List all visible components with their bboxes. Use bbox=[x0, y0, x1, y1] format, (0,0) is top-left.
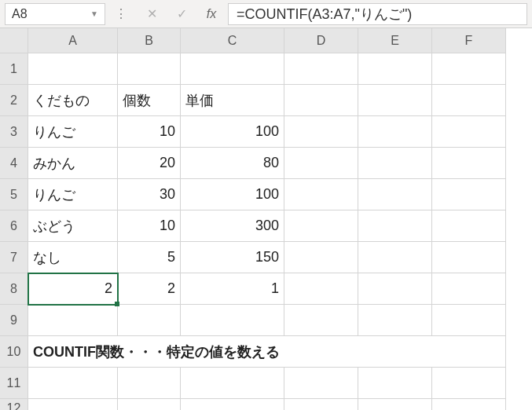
cell-A12[interactable] bbox=[28, 399, 118, 410]
cell-C9[interactable] bbox=[181, 305, 284, 336]
cell-F7[interactable] bbox=[432, 242, 506, 273]
cell-C1[interactable] bbox=[181, 53, 284, 85]
cell-C3[interactable]: 100 bbox=[181, 116, 284, 148]
row-header-1[interactable]: 1 bbox=[0, 53, 28, 85]
cell-F8[interactable] bbox=[432, 273, 506, 305]
row-header-12[interactable]: 12 bbox=[0, 399, 28, 410]
cell-D3[interactable] bbox=[284, 116, 358, 148]
cell-D11[interactable] bbox=[284, 368, 358, 399]
cell-B4[interactable]: 20 bbox=[118, 148, 181, 179]
cell-F9[interactable] bbox=[432, 305, 506, 336]
row-header-7[interactable]: 7 bbox=[0, 242, 28, 273]
cell-B8[interactable]: 2 bbox=[118, 273, 181, 305]
cell-F2[interactable] bbox=[432, 85, 506, 116]
enter-icon[interactable]: ✓ bbox=[171, 4, 192, 24]
cell-F5[interactable] bbox=[432, 179, 506, 210]
cell-C11[interactable] bbox=[181, 368, 284, 399]
cell-D1[interactable] bbox=[284, 53, 358, 85]
cell-C8[interactable]: 1 bbox=[181, 273, 284, 305]
cell-F1[interactable] bbox=[432, 53, 506, 85]
cell-D9[interactable] bbox=[284, 305, 358, 336]
dots-icon[interactable]: ⋮ bbox=[112, 4, 132, 24]
row-header-10[interactable]: 10 bbox=[0, 336, 28, 368]
row-header-2[interactable]: 2 bbox=[0, 85, 28, 116]
cell-D12[interactable] bbox=[284, 399, 358, 410]
cell-E4[interactable] bbox=[358, 148, 432, 179]
cell-E9[interactable] bbox=[358, 305, 432, 336]
cell-B7[interactable]: 5 bbox=[118, 242, 181, 273]
row-header-8[interactable]: 8 bbox=[0, 273, 28, 305]
cell-A10[interactable]: COUNTIF関数・・・特定の値を数える bbox=[28, 336, 506, 368]
cell-B12[interactable] bbox=[118, 399, 181, 410]
row-header-4[interactable]: 4 bbox=[0, 148, 28, 179]
cell-E11[interactable] bbox=[358, 368, 432, 399]
row-header-3[interactable]: 3 bbox=[0, 116, 28, 148]
cell-B6[interactable]: 10 bbox=[118, 210, 181, 242]
cell-E12[interactable] bbox=[358, 399, 432, 410]
cell-A7[interactable]: なし bbox=[28, 242, 118, 273]
cell-A11[interactable] bbox=[28, 368, 118, 399]
cell-D6[interactable] bbox=[284, 210, 358, 242]
cell-A2[interactable]: くだもの bbox=[28, 85, 118, 116]
cell-F6[interactable] bbox=[432, 210, 506, 242]
cell-C2[interactable]: 単価 bbox=[181, 85, 284, 116]
name-box-value: A8 bbox=[12, 7, 28, 21]
cell-A6[interactable]: ぶどう bbox=[28, 210, 118, 242]
cell-C12[interactable] bbox=[181, 399, 284, 410]
cell-B5[interactable]: 30 bbox=[118, 179, 181, 210]
cell-C7[interactable]: 150 bbox=[181, 242, 284, 273]
cell-D4[interactable] bbox=[284, 148, 358, 179]
cell-C4[interactable]: 80 bbox=[181, 148, 284, 179]
cell-D8[interactable] bbox=[284, 273, 358, 305]
column-header-D[interactable]: D bbox=[284, 28, 358, 53]
cell-D2[interactable] bbox=[284, 85, 358, 116]
fx-icon[interactable]: fx bbox=[201, 4, 222, 24]
chevron-down-icon[interactable]: ▼ bbox=[90, 9, 98, 18]
cell-E5[interactable] bbox=[358, 179, 432, 210]
formula-buttons: ⋮ ✕ ✓ fx bbox=[112, 4, 222, 24]
cell-F12[interactable] bbox=[432, 399, 506, 410]
cell-E2[interactable] bbox=[358, 85, 432, 116]
column-header-C[interactable]: C bbox=[181, 28, 284, 53]
row-header-6[interactable]: 6 bbox=[0, 210, 28, 242]
formula-bar: A8 ▼ ⋮ ✕ ✓ fx =COUNTIF(A3:A7,"りんご") bbox=[0, 0, 532, 28]
cell-F4[interactable] bbox=[432, 148, 506, 179]
cell-B9[interactable] bbox=[118, 305, 181, 336]
formula-text: =COUNTIF(A3:A7,"りんご") bbox=[237, 5, 412, 24]
cell-B2[interactable]: 個数 bbox=[118, 85, 181, 116]
cell-E3[interactable] bbox=[358, 116, 432, 148]
cell-A4[interactable]: みかん bbox=[28, 148, 118, 179]
spreadsheet-grid[interactable]: ABCDEF12くだもの個数単価3りんご101004みかん20805りんご301… bbox=[0, 28, 532, 410]
cell-C6[interactable]: 300 bbox=[181, 210, 284, 242]
cell-A3[interactable]: りんご bbox=[28, 116, 118, 148]
cell-A1[interactable] bbox=[28, 53, 118, 85]
column-header-B[interactable]: B bbox=[118, 28, 181, 53]
column-header-A[interactable]: A bbox=[28, 28, 118, 53]
formula-input[interactable]: =COUNTIF(A3:A7,"りんご") bbox=[228, 3, 527, 25]
column-header-F[interactable]: F bbox=[432, 28, 506, 53]
cell-E6[interactable] bbox=[358, 210, 432, 242]
cell-B1[interactable] bbox=[118, 53, 181, 85]
cell-F11[interactable] bbox=[432, 368, 506, 399]
cancel-icon[interactable]: ✕ bbox=[141, 4, 162, 24]
cell-F3[interactable] bbox=[432, 116, 506, 148]
cell-E8[interactable] bbox=[358, 273, 432, 305]
cell-C5[interactable]: 100 bbox=[181, 179, 284, 210]
row-header-5[interactable]: 5 bbox=[0, 179, 28, 210]
row-header-9[interactable]: 9 bbox=[0, 305, 28, 336]
row-header-11[interactable]: 11 bbox=[0, 368, 28, 399]
cell-E7[interactable] bbox=[358, 242, 432, 273]
column-header-E[interactable]: E bbox=[358, 28, 432, 53]
cell-A8[interactable]: 2 bbox=[28, 273, 118, 305]
cell-B11[interactable] bbox=[118, 368, 181, 399]
cell-B3[interactable]: 10 bbox=[118, 116, 181, 148]
cell-E1[interactable] bbox=[358, 53, 432, 85]
cell-A5[interactable]: りんご bbox=[28, 179, 118, 210]
cell-D7[interactable] bbox=[284, 242, 358, 273]
select-all-corner[interactable] bbox=[0, 28, 28, 53]
cell-D5[interactable] bbox=[284, 179, 358, 210]
name-box[interactable]: A8 ▼ bbox=[5, 3, 105, 25]
cell-A9[interactable] bbox=[28, 305, 118, 336]
